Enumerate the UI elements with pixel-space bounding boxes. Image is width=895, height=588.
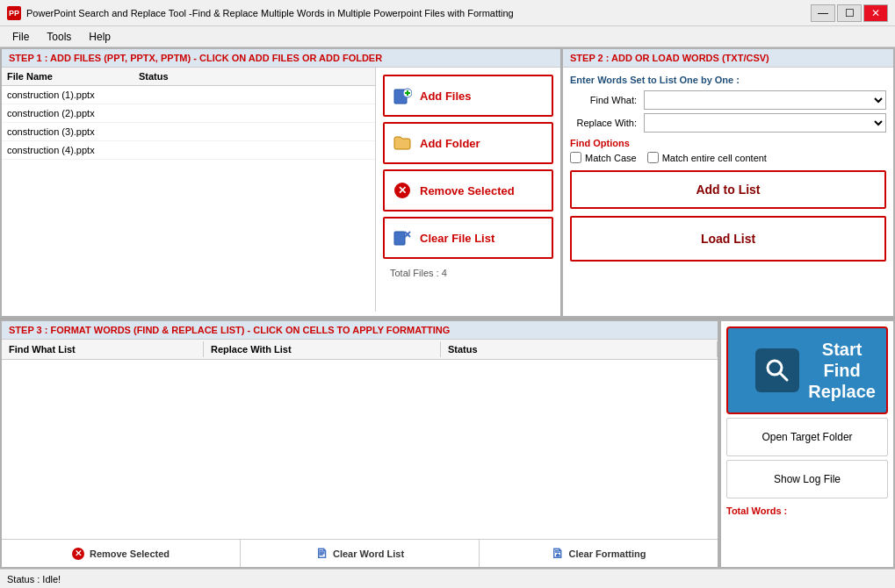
minimize-button[interactable]: — [811, 4, 835, 22]
remove-selected-word-button[interactable]: ✕ Remove Selected [2, 540, 241, 567]
match-entire-checkbox[interactable] [647, 152, 659, 163]
clear-formatting-label: Clear Formatting [568, 549, 646, 559]
match-entire-label: Match entire cell content [662, 153, 767, 163]
find-what-row: Find What: [570, 90, 886, 110]
clear-word-list-button[interactable]: 🖹 Clear Word List [241, 540, 480, 567]
find-options-row: Match Case Match entire cell content [570, 152, 886, 163]
step2-body: Enter Words Set to List One by One : Fin… [563, 68, 893, 269]
add-files-label: Add Files [420, 90, 472, 103]
file-status-1 [137, 106, 372, 120]
table-row[interactable]: construction (4).pptx [2, 141, 375, 160]
match-entire-item: Match entire cell content [647, 152, 767, 163]
table-row[interactable]: construction (2).pptx [2, 104, 375, 123]
find-what-select[interactable] [644, 90, 886, 110]
window-controls: — ☐ ✕ [811, 4, 888, 22]
load-list-button[interactable]: Load List [570, 216, 886, 262]
step3-header: STEP 3 : FORMAT WORDS (FIND & REPLACE LI… [2, 321, 718, 340]
status-bar: Status : Idle! [0, 569, 895, 588]
right-panel: StartFindReplace Open Target Folder Show… [719, 319, 895, 569]
step3-panel: STEP 3 : FORMAT WORDS (FIND & REPLACE LI… [0, 319, 719, 569]
show-log-file-button[interactable]: Show Log File [726, 460, 888, 498]
add-folder-label: Add Folder [420, 137, 480, 150]
find-what-label: Find What: [570, 95, 640, 105]
add-folder-icon [392, 133, 413, 154]
window-title: PowerPoint Search and Replace Tool -Find… [26, 8, 805, 18]
app-icon: PP [7, 6, 21, 20]
step1-buttons: Add Files Add Folder ✕ [376, 68, 560, 312]
file-name-2: construction (3).pptx [5, 125, 137, 139]
status-col-header: Status [137, 69, 372, 83]
step3-footer: ✕ Remove Selected 🖹 Clear Word List 🖺 Cl… [2, 539, 718, 567]
open-target-folder-button[interactable]: Open Target Folder [726, 418, 888, 456]
svg-line-8 [780, 373, 787, 380]
replace-with-label: Replace With: [570, 118, 640, 128]
remove-selected-word-icon: ✕ [72, 548, 84, 560]
add-folder-button[interactable]: Add Folder [383, 122, 553, 164]
clear-file-list-icon [392, 227, 413, 248]
word-list-area[interactable]: Find What List Replace With List Status [2, 340, 718, 539]
remove-selected-label: Remove Selected [420, 184, 515, 197]
clear-word-list-icon: 🖹 [315, 547, 328, 561]
file-name-3: construction (4).pptx [5, 143, 137, 157]
menu-file[interactable]: File [4, 29, 38, 45]
remove-selected-button[interactable]: ✕ Remove Selected [383, 169, 553, 212]
file-name-1: construction (2).pptx [5, 106, 137, 120]
status-col: Status [441, 341, 718, 357]
replace-with-select[interactable] [644, 113, 886, 133]
enter-words-label: Enter Words Set to List One by One : [570, 75, 886, 85]
clear-formatting-icon: 🖺 [551, 547, 563, 561]
step2-panel: STEP 2 : ADD OR LOAD WORDS (TXT/CSV) Ent… [561, 47, 895, 318]
replace-with-list-col: Replace With List [204, 341, 441, 357]
file-list-area[interactable]: File Name Status construction (1).pptx c… [2, 68, 376, 312]
remove-selected-icon: ✕ [392, 180, 413, 201]
step2-header: STEP 2 : ADD OR LOAD WORDS (TXT/CSV) [563, 49, 893, 68]
close-button[interactable]: ✕ [863, 4, 888, 22]
add-to-list-button[interactable]: Add to List [570, 170, 886, 209]
clear-file-list-button[interactable]: Clear File List [383, 217, 553, 259]
replace-with-row: Replace With: [570, 113, 886, 133]
main-content: STEP 1 : ADD FILES (PPT, PPTX, PPTM) - C… [0, 47, 895, 569]
find-options-header: Find Options [570, 138, 886, 148]
clear-formatting-button[interactable]: 🖺 Clear Formatting [480, 540, 718, 567]
step1-panel: STEP 1 : ADD FILES (PPT, PPTX, PPTM) - C… [0, 47, 561, 318]
status-text: Status : Idle! [7, 574, 61, 584]
match-case-item: Match Case [570, 152, 637, 163]
magnify-icon [755, 348, 799, 392]
file-name-0: construction (1).pptx [5, 88, 137, 102]
find-what-list-col: Find What List [2, 341, 204, 357]
add-files-icon [392, 85, 413, 106]
add-files-button[interactable]: Add Files [383, 75, 553, 117]
start-btn-text: StartFindReplace [808, 339, 876, 402]
file-col-header: File Name [5, 69, 137, 83]
menu-help[interactable]: Help [80, 29, 119, 45]
remove-selected-word-label: Remove Selected [90, 549, 170, 559]
svg-rect-4 [394, 232, 405, 245]
clear-file-list-label: Clear File List [420, 232, 494, 245]
file-list-header: File Name Status [2, 68, 375, 86]
start-find-replace-button[interactable]: StartFindReplace [726, 326, 888, 414]
maximize-button[interactable]: ☐ [837, 4, 862, 22]
file-status-3 [137, 143, 372, 157]
step1-header: STEP 1 : ADD FILES (PPT, PPTX, PPTM) - C… [2, 49, 560, 68]
file-status-0 [137, 88, 372, 102]
menu-tools[interactable]: Tools [38, 29, 80, 45]
total-files: Total Files : 4 [383, 264, 553, 282]
title-bar: PP PowerPoint Search and Replace Tool -F… [0, 0, 895, 26]
bottom-row: STEP 3 : FORMAT WORDS (FIND & REPLACE LI… [0, 319, 895, 569]
step1-body: File Name Status construction (1).pptx c… [2, 68, 560, 312]
top-row: STEP 1 : ADD FILES (PPT, PPTX, PPTM) - C… [0, 47, 895, 319]
file-status-2 [137, 125, 372, 139]
match-case-label: Match Case [585, 153, 637, 163]
menu-bar: File Tools Help [0, 26, 895, 47]
clear-word-list-label: Clear Word List [333, 549, 404, 559]
table-row[interactable]: construction (1).pptx [2, 86, 375, 104]
total-words-label: Total Words : [726, 502, 888, 520]
match-case-checkbox[interactable] [570, 152, 581, 163]
table-row[interactable]: construction (3).pptx [2, 123, 375, 141]
word-list-header: Find What List Replace With List Status [2, 340, 718, 360]
